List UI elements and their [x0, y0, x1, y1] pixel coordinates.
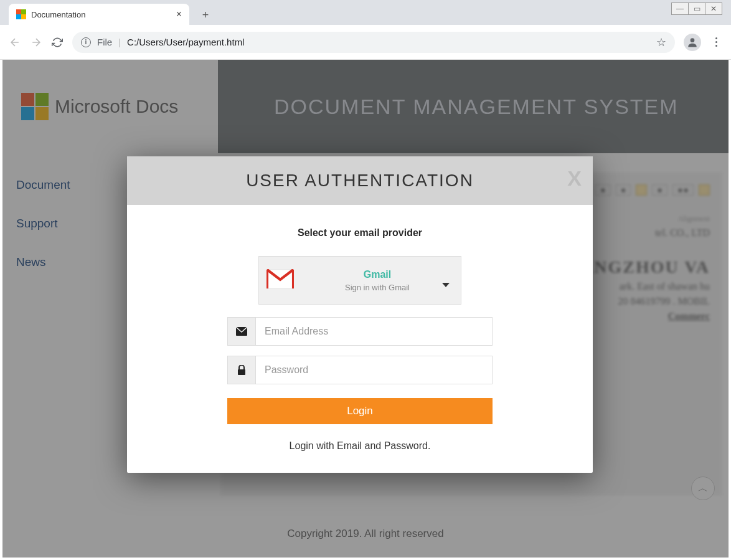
bookmark-star-icon[interactable]: ☆: [656, 36, 666, 49]
provider-text: Gmail Sign in with Gmail: [294, 269, 461, 292]
provider-label: Select your email provider: [298, 227, 422, 239]
omnibox[interactable]: i File | C:/Users/User/payment.html ☆: [72, 32, 675, 53]
back-button[interactable]: [9, 36, 21, 49]
password-row: [227, 356, 493, 384]
provider-select[interactable]: Gmail Sign in with Gmail: [258, 256, 461, 305]
gmail-icon: [266, 269, 294, 292]
modal-close-icon[interactable]: X: [567, 166, 582, 191]
forward-button[interactable]: [30, 36, 42, 49]
browser-tab[interactable]: Documentation ×: [9, 4, 189, 25]
provider-sub: Sign in with Gmail: [294, 283, 461, 292]
login-button[interactable]: Login: [227, 398, 493, 424]
profile-button[interactable]: [684, 34, 701, 51]
browser-menu-button[interactable]: [710, 37, 722, 47]
svg-rect-3: [238, 369, 245, 375]
close-window-button[interactable]: ✕: [705, 2, 722, 15]
window-controls: ― ▭ ✕: [672, 2, 722, 15]
modal-header: USER AUTHENTICATION X: [127, 156, 593, 205]
minimize-button[interactable]: ―: [671, 2, 689, 15]
modal-body: Select your email provider Gmail Sign in…: [127, 205, 593, 473]
new-tab-button[interactable]: +: [197, 6, 214, 24]
chevron-down-icon: [442, 283, 450, 287]
tab-title: Documentation: [31, 10, 85, 19]
url-path: C:/Users/User/payment.html: [127, 37, 244, 47]
email-row: [227, 317, 493, 346]
password-field[interactable]: [256, 356, 493, 384]
tab-favicon-icon: [16, 9, 26, 19]
maximize-button[interactable]: ▭: [688, 2, 705, 15]
envelope-icon: [227, 317, 256, 346]
tab-close-icon[interactable]: ×: [176, 9, 182, 20]
tab-bar: Documentation × +: [0, 0, 731, 25]
svg-point-0: [691, 38, 695, 42]
reload-button[interactable]: [51, 36, 64, 49]
provider-name: Gmail: [294, 269, 461, 280]
auth-modal: USER AUTHENTICATION X Select your email …: [127, 156, 593, 473]
alt-login-link[interactable]: Login with Email and Password.: [290, 440, 431, 452]
lock-icon: [227, 356, 256, 384]
info-icon: i: [81, 37, 91, 47]
email-field[interactable]: [256, 317, 493, 346]
url-scheme: File: [97, 37, 112, 47]
address-bar: i File | C:/Users/User/payment.html ☆: [0, 25, 731, 60]
modal-title: USER AUTHENTICATION: [246, 171, 474, 191]
